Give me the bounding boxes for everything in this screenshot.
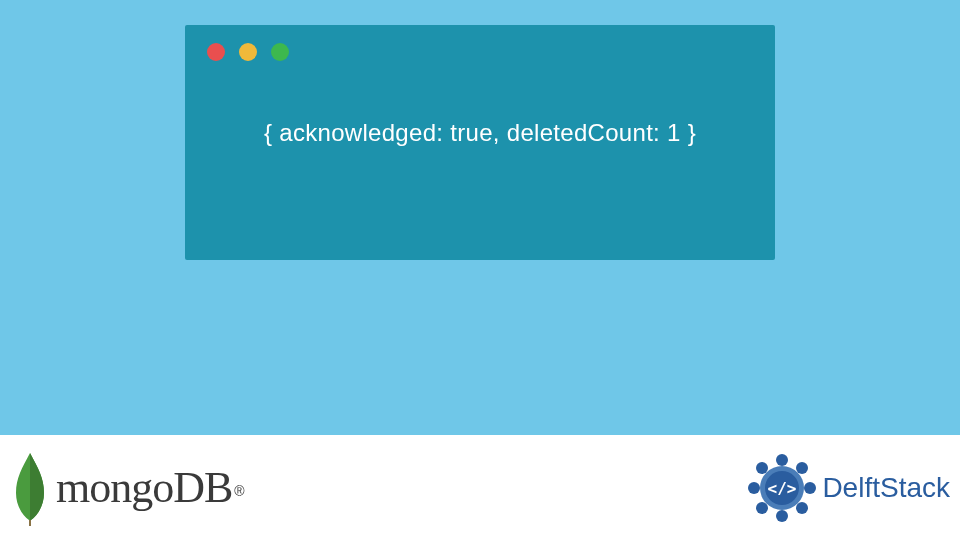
delftstack-badge-icon: </> xyxy=(746,452,818,524)
terminal-window: { acknowledged: true, deletedCount: 1 } xyxy=(185,25,775,260)
minimize-icon xyxy=(239,43,257,61)
footer: mongoDB® xyxy=(0,435,960,540)
svg-point-7 xyxy=(756,462,768,474)
svg-text:</>: </> xyxy=(768,479,797,498)
svg-point-6 xyxy=(748,482,760,494)
svg-point-1 xyxy=(796,462,808,474)
svg-point-5 xyxy=(756,502,768,514)
mongodb-text: mongoDB® xyxy=(56,462,245,513)
delftstack-logo: </> DelftStack xyxy=(746,452,950,524)
terminal-output: { acknowledged: true, deletedCount: 1 } xyxy=(185,79,775,187)
mongodb-leaf-icon xyxy=(10,448,50,528)
close-icon xyxy=(207,43,225,61)
svg-point-0 xyxy=(776,454,788,466)
delftstack-text: DelftStack xyxy=(822,472,950,504)
svg-point-2 xyxy=(804,482,816,494)
traffic-lights xyxy=(185,25,775,79)
mongodb-logo: mongoDB® xyxy=(10,448,245,528)
svg-point-3 xyxy=(796,502,808,514)
svg-point-4 xyxy=(776,510,788,522)
maximize-icon xyxy=(271,43,289,61)
